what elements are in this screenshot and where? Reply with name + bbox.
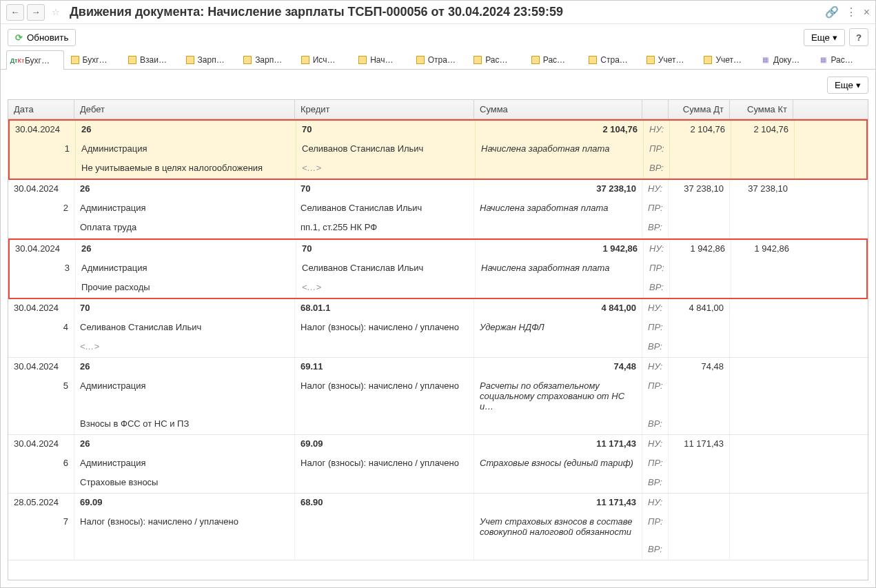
cell-sum: 2 104,76 xyxy=(476,121,644,140)
entry-7[interactable]: 28.05.202469.0968.9011 171,43НУ:7Налог (… xyxy=(8,494,868,560)
col-credit[interactable]: Кредит xyxy=(295,100,474,119)
cell-sumdt xyxy=(669,494,730,513)
link-icon[interactable]: 🔗 xyxy=(825,6,839,19)
cell-flag-nu: НУ: xyxy=(642,299,669,318)
cell-empty xyxy=(10,278,76,298)
cell-credit-l3: пп.1, ст.255 НК РФ xyxy=(295,219,474,238)
tab-9[interactable]: Рас… xyxy=(524,50,582,69)
col-debit[interactable]: Дебет xyxy=(74,100,295,119)
refresh-button[interactable]: ⟳ Обновить xyxy=(8,29,76,46)
col-sumdt[interactable]: Сумма Дт xyxy=(669,100,730,119)
cell-empty xyxy=(669,540,730,560)
grid[interactable]: Дата Дебет Кредит Сумма Сумма Дт Сумма К… xyxy=(8,99,868,580)
tab-7[interactable]: Отра… xyxy=(409,50,467,69)
entry-4[interactable]: 30.04.20247068.01.14 841,00НУ:4 841,004С… xyxy=(8,299,868,358)
cell-debit-acct: 26 xyxy=(76,121,296,140)
cell-credit-acct: 69.11 xyxy=(295,358,474,377)
tab-12[interactable]: Учет… xyxy=(697,50,755,69)
cell-empty xyxy=(8,415,74,434)
cell-sumkt xyxy=(730,358,793,377)
nav-back-button[interactable]: ← xyxy=(6,4,24,21)
tab-label: Бухг… xyxy=(25,56,50,65)
tab-0[interactable]: ДтКтБухг… xyxy=(6,50,64,70)
cell-sumdt: 1 942,86 xyxy=(670,240,731,259)
nav-forward-button[interactable]: → xyxy=(27,4,45,21)
tab-14[interactable]: ▦Рас… xyxy=(812,50,870,69)
cell-desc: Учет страховых взносов в составе совокуп… xyxy=(474,513,642,540)
cell-credit-l3 xyxy=(295,474,474,493)
cell-debit-l3 xyxy=(74,540,295,560)
entry-1[interactable]: 30.04.202426702 104,76НУ:2 104,762 104,7… xyxy=(8,119,868,180)
arrow-left-icon: ← xyxy=(10,7,19,17)
cell-desc: Удержан НДФЛ xyxy=(474,318,642,338)
cell-empty xyxy=(731,140,795,159)
tab-label: Учет… xyxy=(658,55,684,65)
cell-date: 30.04.2024 xyxy=(8,299,74,318)
tab-5[interactable]: Исч… xyxy=(294,50,352,69)
cell-credit-acct: 70 xyxy=(296,240,476,259)
col-date[interactable]: Дата xyxy=(8,100,74,119)
tab-10[interactable]: Стра… xyxy=(582,50,640,69)
cell-debit-acct: 26 xyxy=(76,240,296,259)
cell-debit-l2: Налог (взносы): начислено / уплачено xyxy=(74,513,295,540)
entry-2[interactable]: 30.04.2024267037 238,10НУ:37 238,1037 23… xyxy=(8,180,868,239)
close-icon[interactable]: × xyxy=(864,6,870,19)
tab-8[interactable]: Рас… xyxy=(467,50,524,69)
col-sum[interactable]: Сумма xyxy=(474,100,642,119)
register-icon xyxy=(646,55,655,65)
cell-flag-vr: ВР: xyxy=(644,278,670,298)
cell-date: 30.04.2024 xyxy=(8,358,74,377)
cell-empty xyxy=(669,338,730,357)
arrow-right-icon: → xyxy=(31,7,40,17)
cell-credit-acct: 69.09 xyxy=(295,435,474,454)
cell-debit-acct: 26 xyxy=(74,358,295,377)
cell-debit-l3: Оплата труда xyxy=(74,219,295,238)
register-icon xyxy=(473,55,482,65)
cell-credit-acct: 68.01.1 xyxy=(295,299,474,318)
cell-empty xyxy=(669,513,730,540)
cell-empty xyxy=(731,159,795,179)
register-icon xyxy=(416,55,425,65)
refresh-label: Обновить xyxy=(27,32,68,43)
tab-13[interactable]: ▦Доку… xyxy=(755,50,813,69)
cell-desc: Начислена заработная плата xyxy=(474,199,642,219)
cell-debit-l2: Администрация xyxy=(74,454,295,474)
cell-empty xyxy=(670,140,731,159)
tab-4[interactable]: Зарп… xyxy=(236,50,294,69)
kebab-menu-icon[interactable]: ⋮ xyxy=(846,6,857,19)
entry-3[interactable]: 30.04.202426701 942,86НУ:1 942,861 942,8… xyxy=(8,239,868,299)
entry-5[interactable]: 30.04.20242669.1174,48НУ:74,485Администр… xyxy=(8,358,868,435)
register-icon xyxy=(70,55,80,65)
cell-debit-l2: Селиванов Станислав Ильич xyxy=(74,318,295,338)
favorite-star-icon[interactable]: ☆ xyxy=(48,4,64,21)
tab-11[interactable]: Учет… xyxy=(640,50,697,69)
cell-sumkt: 1 942,86 xyxy=(731,240,795,259)
cell-debit-l3: Страховые взносы xyxy=(74,474,295,493)
tab-label: Рас… xyxy=(485,55,507,65)
cell-flag-pr: ПР: xyxy=(642,513,669,540)
register-icon xyxy=(588,55,598,65)
col-flag[interactable] xyxy=(642,100,669,119)
cell-flag-vr: ВР: xyxy=(642,540,669,560)
grid-more-button[interactable]: Еще ▾ xyxy=(827,77,868,94)
cell-sumdt: 74,48 xyxy=(669,358,730,377)
cell-credit-l2: Налог (взносы): начислено / уплачено xyxy=(295,318,474,338)
tab-2[interactable]: Взаи… xyxy=(121,50,179,69)
tab-1[interactable]: Бухг… xyxy=(64,50,122,69)
cell-date: 30.04.2024 xyxy=(8,435,74,454)
entry-6[interactable]: 30.04.20242669.0911 171,43НУ:11 171,436А… xyxy=(8,435,868,494)
cell-empty xyxy=(8,338,74,357)
tab-3[interactable]: Зарп… xyxy=(179,50,237,69)
register-icon xyxy=(703,55,713,65)
cell-empty xyxy=(730,474,793,493)
toolbar-more-button[interactable]: Еще ▾ xyxy=(804,29,845,46)
help-button[interactable]: ? xyxy=(849,28,868,46)
titlebar: ← → ☆ Движения документа: Начисление зар… xyxy=(1,1,875,24)
register-icon xyxy=(531,55,540,65)
cell-credit-l2 xyxy=(295,513,474,540)
tab-label: Рас… xyxy=(543,55,565,65)
cell-debit-l3: Взносы в ФСС от НС и ПЗ xyxy=(74,415,295,434)
cell-flag-pr: ПР: xyxy=(644,259,670,278)
col-sumkt[interactable]: Сумма Кт xyxy=(730,100,793,119)
tab-6[interactable]: Нач… xyxy=(352,50,409,69)
